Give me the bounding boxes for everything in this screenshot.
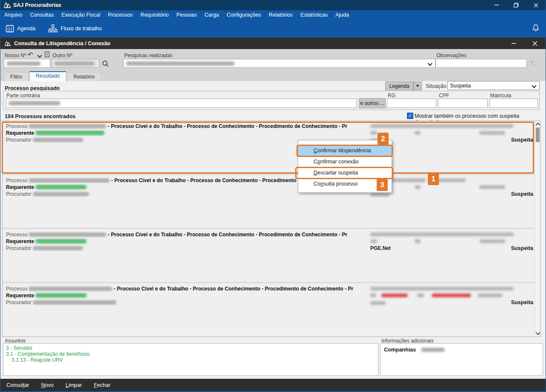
parte-contraria-input[interactable] — [6, 99, 357, 108]
dialog-minimize-icon[interactable] — [503, 38, 524, 49]
assuntos-box: 3 - Servidor 3.1 - Complementação de ben… — [3, 343, 378, 376]
close-icon[interactable] — [526, 0, 546, 10]
redacted-rg-value — [381, 293, 408, 297]
search-icon[interactable] — [102, 60, 109, 67]
procurador-label: Procurador — [6, 299, 31, 305]
legenda-dropdown-button[interactable] — [413, 81, 422, 90]
assunto-item: 3.1.13 - Reajuste URV — [6, 357, 375, 363]
pesquisas-realizadas-select[interactable] — [123, 59, 436, 68]
redacted-matricula — [479, 185, 505, 189]
notifications-button[interactable] — [532, 24, 540, 34]
annotation-box-descartar-suspeita — [295, 167, 393, 179]
note-icon[interactable] — [45, 52, 49, 57]
titlebar: SAJ Procuradorias — [0, 0, 546, 10]
workflow-button[interactable]: Fluxo de trabalho — [48, 24, 102, 33]
annotation-badge-1: 1 — [428, 173, 439, 185]
e-outros-button[interactable]: e outros ... — [359, 98, 386, 108]
redacted-cpf — [415, 239, 421, 243]
menu-estatisticas[interactable]: Estatísticas — [296, 10, 331, 20]
parte-contraria-label: Parte contrária — [6, 93, 40, 99]
limpar-button[interactable]: Limpar — [66, 382, 82, 388]
redacted-procurador-name — [33, 300, 116, 305]
process-description: - Processo Cível e do Trabalho - Process… — [108, 232, 347, 238]
menu-execucao-fiscal[interactable]: Execução Fiscal — [58, 10, 104, 20]
text-editor-button[interactable]: T... — [531, 61, 537, 67]
scrollbar-thumb[interactable] — [536, 128, 540, 142]
annotation-row-highlight — [2, 122, 534, 174]
nosso-numero-input[interactable] — [4, 59, 50, 68]
cpf-input[interactable] — [438, 99, 488, 108]
undo-icon[interactable]: ↶ — [28, 51, 33, 58]
scroll-up-icon[interactable] — [535, 122, 540, 127]
system-name: PGE.Net — [370, 245, 391, 251]
menu-processos[interactable]: Processos — [104, 10, 136, 20]
novo-button[interactable]: Novo — [41, 382, 54, 388]
workflow-icon — [48, 24, 58, 33]
redacted-requerente-name — [35, 293, 87, 298]
redacted-rg — [370, 293, 376, 297]
menu-bar: Arquivo Consultas Execução Fiscal Proces… — [0, 10, 546, 20]
redacted-procurador-name — [33, 192, 89, 196]
situacao-select[interactable]: Suspeita — [447, 81, 540, 90]
pesquisas-realizadas-label: Pesquisas realizadas — [124, 52, 172, 58]
workflow-label: Fluxo de trabalho — [61, 26, 102, 32]
matricula-label: Matrícula — [490, 93, 511, 99]
processo-label: Processo — [6, 232, 27, 238]
outro-numero-input[interactable] — [52, 59, 99, 68]
legenda-button[interactable]: Legenda — [385, 81, 413, 90]
assuntos-label: Assuntos — [5, 338, 26, 344]
menu-configuracoes[interactable]: Configurações — [223, 10, 265, 20]
redacted-court-info — [370, 232, 514, 236]
redacted-companhias-value — [421, 348, 445, 352]
dialog-close-icon[interactable] — [524, 38, 546, 49]
status-badge: Suspeita — [511, 191, 533, 197]
rg-label: RG — [388, 93, 395, 99]
calendar-icon — [6, 24, 14, 33]
tab-strip: Filtro Resultado Relatório — [0, 72, 546, 81]
status-badge: Suspeita — [511, 245, 533, 251]
redacted-process-number — [29, 178, 110, 183]
redacted-requerente-name — [35, 185, 87, 189]
menu-arquivo[interactable]: Arquivo — [0, 10, 26, 20]
status-badge: Suspeita — [511, 299, 533, 305]
process-row[interactable]: Processo - Processo Cível e do Trabalho … — [3, 229, 534, 283]
restore-icon[interactable] — [506, 0, 526, 10]
menu-relatorios[interactable]: Relatórios — [265, 10, 296, 20]
menu-requisitorio[interactable]: Requisitório — [136, 10, 172, 20]
process-description: - Processo Cível e do Trabalho - Process… — [114, 286, 353, 292]
outro-numero-label: Outro Nº — [52, 52, 72, 58]
redacted-matricula — [478, 293, 502, 297]
annotation-badge-2: 2 — [378, 133, 389, 145]
consultar-button[interactable]: Consultar — [6, 382, 29, 388]
observacoes-input[interactable] — [436, 59, 527, 68]
menu-consultas[interactable]: Consultas — [26, 10, 58, 20]
menu-pessoas[interactable]: Pessoas — [172, 10, 200, 20]
rg-input[interactable] — [387, 99, 436, 108]
process-row[interactable]: Processo - Processo Cível e do Trabalho … — [3, 175, 534, 229]
menu-ajuda[interactable]: Ajuda — [331, 10, 353, 20]
redacted-cpf — [415, 185, 421, 189]
dialog-titlebar: Consulta de Litispendência / Conexão — [0, 38, 546, 49]
procurador-label: Procurador — [6, 191, 31, 197]
redacted-system-name — [370, 301, 386, 305]
tab-filtro[interactable]: Filtro — [4, 72, 29, 81]
scroll-down-icon[interactable] — [535, 330, 540, 335]
requerente-label: Requerente — [6, 238, 34, 244]
menu-item-confirmar-conexao[interactable]: Confirmar conexão — [298, 157, 392, 168]
show-discarded-checkbox[interactable]: ✓ — [407, 113, 413, 119]
menu-carga[interactable]: Carga — [200, 10, 223, 20]
agenda-button[interactable]: Agenda — [6, 24, 35, 33]
footer-bar: Consultar Novo Limpar Fechar — [0, 379, 546, 391]
vertical-scrollbar[interactable] — [534, 121, 540, 337]
tab-resultado[interactable]: Resultado — [29, 71, 66, 81]
fechar-button[interactable]: Fechar — [94, 382, 110, 388]
app-title: SAJ Procuradorias — [13, 2, 61, 8]
redacted-rg — [370, 239, 377, 243]
process-row[interactable]: Processo - Processo Cível e do Trabalho … — [3, 284, 534, 337]
minimize-icon[interactable] — [487, 0, 506, 10]
matricula-input[interactable] — [489, 99, 538, 108]
informacoes-adicionais-label: Informações adicionais — [381, 338, 434, 344]
redacted-process-number — [29, 287, 112, 291]
tab-relatorio[interactable]: Relatório — [67, 72, 101, 81]
process-count: 104 Processos encontrados — [5, 113, 76, 119]
